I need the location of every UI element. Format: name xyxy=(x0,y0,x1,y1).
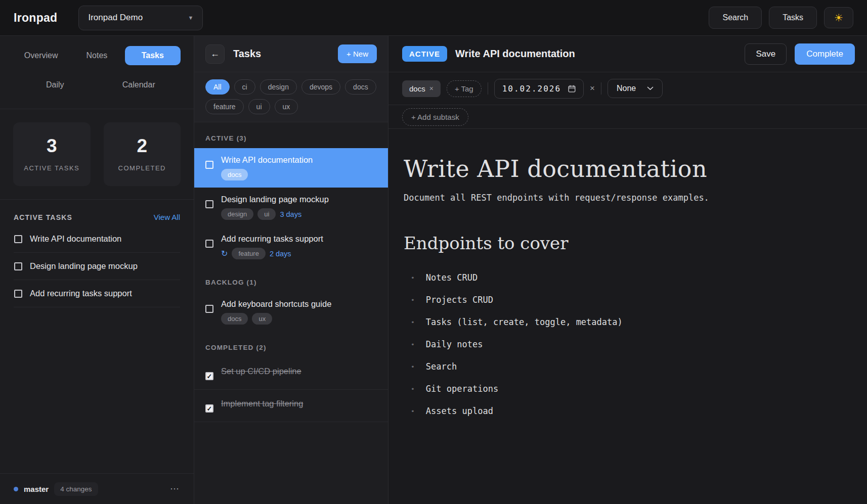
sidebar-active-tasks: ACTIVE TASKS View All Write API document… xyxy=(0,200,194,473)
bullet-icon: • xyxy=(411,407,415,415)
task-row[interactable]: Design landing page mockup design ui 3 d… xyxy=(194,188,388,227)
branch-name: master xyxy=(24,485,49,493)
clear-date-button[interactable]: × xyxy=(590,83,595,94)
checkbox[interactable] xyxy=(14,235,22,243)
checkbox-checked[interactable]: ✓ xyxy=(205,404,213,413)
list-item-label: Design landing page mockup xyxy=(30,261,138,271)
new-task-button[interactable]: + New xyxy=(338,44,377,63)
calendar-icon xyxy=(568,85,576,93)
checkbox[interactable] xyxy=(205,200,213,208)
sidebar-footer: master 4 changes ⋯ xyxy=(0,473,194,504)
task-row[interactable]: Add recurring tasks support ↻ feature 2 … xyxy=(194,227,388,266)
priority-select[interactable]: None xyxy=(608,79,663,98)
document-body[interactable]: Write API documentation Document all RES… xyxy=(388,129,867,504)
filter-chip-feature[interactable]: feature xyxy=(205,99,244,114)
separator xyxy=(488,82,488,95)
document-bullet-list: •Notes CRUD •Projects CRUD •Tasks (list,… xyxy=(404,266,852,422)
filter-chip-devops[interactable]: devops xyxy=(301,79,340,95)
recurring-icon: ↻ xyxy=(221,249,228,258)
complete-button[interactable]: Complete xyxy=(795,43,855,65)
task-row[interactable]: ✓ Implement tag filtering xyxy=(194,390,388,422)
list-item[interactable]: Design landing page mockup xyxy=(14,253,180,280)
bullet-item: •Notes CRUD xyxy=(404,266,852,289)
task-list-scroll[interactable]: ACTIVE (3) Write API documentation docs … xyxy=(194,122,388,504)
tag-filters: All ci design devops docs feature ui ux xyxy=(194,72,388,122)
filter-chip-design[interactable]: design xyxy=(260,79,297,95)
view-all-link[interactable]: View All xyxy=(154,213,180,221)
document-section-heading: Endpoints to cover xyxy=(404,233,852,253)
save-button[interactable]: Save xyxy=(745,43,787,65)
add-subtask-button[interactable]: + Add subtask xyxy=(402,108,468,126)
filter-chip-docs[interactable]: docs xyxy=(345,79,376,95)
checkbox[interactable] xyxy=(205,240,213,248)
sidebar-tabs: Overview Notes Tasks Daily Calendar xyxy=(0,36,194,109)
separator xyxy=(601,82,601,95)
theme-toggle-button[interactable]: ☀ xyxy=(824,7,853,28)
checkbox-checked[interactable]: ✓ xyxy=(205,372,213,380)
filter-chip-ux[interactable]: ux xyxy=(275,99,298,114)
task-row[interactable]: Add keyboard shortcuts guide docs ux xyxy=(194,292,388,332)
tag-pill-design: design xyxy=(221,208,253,220)
search-button[interactable]: Search xyxy=(709,7,762,29)
checkbox[interactable] xyxy=(205,305,213,313)
close-icon: × xyxy=(590,83,595,93)
filter-chip-all[interactable]: All xyxy=(205,79,230,95)
due-label: 2 days xyxy=(270,250,291,258)
checkbox[interactable] xyxy=(205,161,213,169)
tag-chip-docs[interactable]: docs × xyxy=(402,80,441,97)
subtask-row: + Add subtask xyxy=(388,105,867,129)
checkbox[interactable] xyxy=(14,290,22,298)
tag-pill-ux: ux xyxy=(252,313,272,325)
changes-badge[interactable]: 4 changes xyxy=(54,482,98,496)
section-heading-backlog: BACKLOG (1) xyxy=(194,266,388,292)
list-item[interactable]: Add recurring tasks support xyxy=(14,280,180,307)
task-title: Set up CI/CD pipeline xyxy=(221,366,301,380)
bullet-icon: • xyxy=(411,385,415,393)
detail-title: Write API documentation xyxy=(455,48,736,60)
branch-dot-icon xyxy=(14,487,18,491)
tag-pill-docs: docs xyxy=(221,169,248,180)
bullet-icon: • xyxy=(411,363,415,371)
filter-chip-ci[interactable]: ci xyxy=(234,79,255,95)
check-icon: ✓ xyxy=(207,373,212,380)
tab-daily[interactable]: Daily xyxy=(13,75,97,95)
tab-tasks[interactable]: Tasks xyxy=(125,46,181,65)
detail-header: ACTIVE Write API documentation Save Comp… xyxy=(388,36,867,72)
more-menu-icon[interactable]: ⋯ xyxy=(170,483,180,494)
app-logo: Ironpad xyxy=(14,11,57,25)
stat-card-completed: 2 COMPLETED xyxy=(104,122,181,186)
task-title: Add keyboard shortcuts guide xyxy=(221,299,331,309)
remove-tag-icon[interactable]: × xyxy=(429,84,433,93)
filter-chip-ui[interactable]: ui xyxy=(248,99,270,114)
add-tag-button[interactable]: + Tag xyxy=(447,80,482,97)
tab-notes[interactable]: Notes xyxy=(69,46,124,65)
bullet-item: •Assets upload xyxy=(404,400,852,422)
bullet-icon: • xyxy=(411,341,415,348)
list-item-label: Add recurring tasks support xyxy=(30,289,132,298)
project-selector[interactable]: Ironpad Demo ▼ xyxy=(78,6,203,30)
back-button[interactable]: ← xyxy=(205,44,225,64)
main-layout: Overview Notes Tasks Daily Calendar 3 AC… xyxy=(0,36,867,504)
chevron-down-icon xyxy=(647,86,654,90)
tasks-button[interactable]: Tasks xyxy=(769,7,817,29)
tag-pill-ui: ui xyxy=(257,208,276,220)
task-title: Implement tag filtering xyxy=(221,399,303,413)
bullet-icon: • xyxy=(411,296,415,304)
sidebar: Overview Notes Tasks Daily Calendar 3 AC… xyxy=(0,36,194,504)
due-date-input[interactable]: 10.02.2026 xyxy=(494,79,584,99)
list-item-label: Write API documentation xyxy=(30,234,121,244)
checkbox[interactable] xyxy=(14,262,22,270)
task-row[interactable]: ✓ Set up CI/CD pipeline xyxy=(194,357,388,390)
tag-chip-label: docs xyxy=(409,84,425,93)
tab-calendar[interactable]: Calendar xyxy=(97,75,181,95)
list-item[interactable]: Write API documentation xyxy=(14,225,180,253)
back-arrow-icon: ← xyxy=(210,49,220,59)
tab-overview[interactable]: Overview xyxy=(13,46,69,65)
stats-cards: 3 ACTIVE TASKS 2 COMPLETED xyxy=(0,109,194,200)
stat-value-active: 3 xyxy=(18,135,85,157)
task-detail-panel: ACTIVE Write API documentation Save Comp… xyxy=(388,36,867,504)
document-title: Write API documentation xyxy=(404,155,852,182)
tag-pill-feature: feature xyxy=(232,248,265,259)
task-row[interactable]: Write API documentation docs xyxy=(194,148,388,188)
project-selector-value: Ironpad Demo xyxy=(88,13,188,23)
